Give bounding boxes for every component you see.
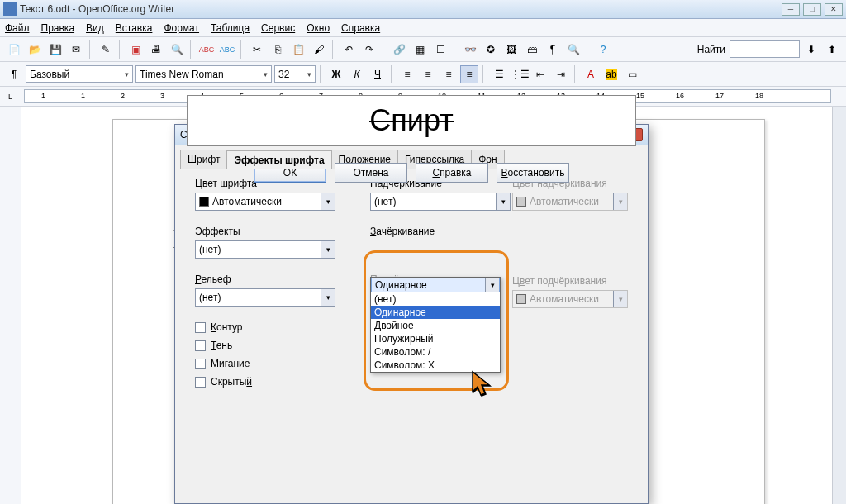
copy-button[interactable]: ⎘ [269, 40, 287, 59]
ruler-corner: L [0, 87, 21, 106]
strike-option-x[interactable]: Символом: X [371, 359, 500, 372]
redo-button[interactable]: ↷ [360, 40, 378, 59]
hidden-checkbox[interactable]: Скрытый [195, 376, 344, 388]
save-button[interactable]: 💾 [46, 40, 64, 59]
pdf-button[interactable]: ▣ [126, 40, 145, 59]
strike-label: Зачёркивание [370, 226, 502, 237]
strike-option-double[interactable]: Двойное [371, 319, 500, 332]
cursor-icon [471, 370, 494, 402]
bullets-button[interactable]: ⋮☰ [511, 65, 529, 83]
zoom-button[interactable]: 🔍 [564, 40, 582, 59]
align-right-button[interactable]: ≡ [440, 65, 458, 83]
menu-view[interactable]: Вид [86, 22, 104, 34]
menu-edit[interactable]: Правка [41, 22, 75, 34]
find-button[interactable]: 👓 [461, 40, 479, 59]
strike-option-none[interactable]: (нет) [371, 292, 500, 306]
nonprint-button[interactable]: ¶ [544, 40, 562, 59]
print-button[interactable]: 🖶 [147, 40, 165, 59]
menu-file[interactable]: Файл [5, 22, 30, 34]
formatting-toolbar: ¶ Базовый Times New Roman 32 Ж К Ч ≡ ≡ ≡… [0, 62, 846, 87]
relief-combo[interactable]: (нет)▾ [195, 288, 335, 307]
undo-button[interactable]: ↶ [340, 40, 358, 59]
menu-format[interactable]: Формат [164, 22, 199, 34]
fontsize-combo[interactable]: 32 [274, 65, 316, 83]
find-label: Найти [697, 44, 725, 55]
strike-combo-open[interactable]: Одинарное ▾ (нет) Одинарное Двойное Полу… [370, 277, 501, 373]
shadow-checkbox[interactable]: Тень [195, 340, 344, 351]
cancel-button[interactable]: Отмена [335, 163, 407, 183]
table-button[interactable]: ▦ [411, 40, 429, 59]
edit-button[interactable]: ✎ [97, 40, 115, 59]
character-dialog: Символы ✕ Шрифт Эффекты шрифта Положение… [174, 124, 649, 504]
fontcolor-button[interactable]: A [582, 65, 600, 83]
outline-checkbox[interactable]: Контур [195, 321, 344, 333]
vertical-ruler[interactable] [0, 107, 21, 504]
bold-button[interactable]: Ж [327, 65, 345, 83]
cut-button[interactable]: ✂ [248, 40, 266, 59]
styles-button[interactable]: ¶ [5, 65, 23, 83]
menu-window[interactable]: Окно [307, 22, 330, 34]
align-justify-button[interactable]: ≡ [460, 65, 478, 83]
navigator-button[interactable]: ✪ [482, 40, 500, 59]
minimize-button[interactable]: ─ [782, 3, 800, 16]
hidden-label: Скрытый [211, 376, 252, 388]
indent-inc-button[interactable]: ⇥ [552, 65, 570, 83]
help-button[interactable]: ? [594, 40, 612, 59]
fontcolor-combo[interactable]: Автоматически▾ [195, 193, 335, 211]
draw-button[interactable]: ☐ [431, 40, 449, 59]
app-icon [3, 2, 17, 16]
strike-combo-current[interactable]: Одинарное ▾ [371, 278, 500, 292]
strike-option-single[interactable]: Одинарное [371, 306, 500, 319]
new-button[interactable]: 📄 [5, 40, 23, 59]
strike-option-slash[interactable]: Символом: / [371, 345, 500, 359]
outline-label: Контур [211, 321, 242, 333]
vertical-scrollbar[interactable] [832, 107, 846, 504]
find-next-button[interactable]: ⬇ [802, 40, 820, 59]
blink-label: Мигание [211, 358, 250, 369]
strike-option-bold[interactable]: Полужирный [371, 332, 500, 345]
open-button[interactable]: 📂 [26, 40, 44, 59]
preview-box: Спирт [187, 95, 636, 146]
reset-button[interactable]: Восстановить [497, 163, 569, 183]
highlight-button[interactable]: ab [602, 65, 620, 83]
italic-button[interactable]: К [348, 65, 366, 83]
indent-dec-button[interactable]: ⇤ [531, 65, 549, 83]
autospell-button[interactable]: ABC [218, 40, 236, 59]
font-combo[interactable]: Times New Roman [135, 65, 272, 83]
menu-tools[interactable]: Сервис [261, 22, 295, 34]
standard-toolbar: 📄 📂 💾 ✉ ✎ ▣ 🖶 🔍 ABC ABC ✂ ⎘ 📋 🖌 ↶ ↷ 🔗 ▦ … [0, 37, 846, 62]
underline-color-combo: Автоматически▾ [512, 290, 628, 308]
menubar: Файл Правка Вид Вставка Формат Таблица С… [0, 19, 846, 37]
bgcolor-button[interactable]: ▭ [623, 65, 641, 83]
style-combo[interactable]: Базовый [26, 65, 133, 83]
spelling-button[interactable]: ABC [197, 40, 216, 59]
mail-button[interactable]: ✉ [67, 40, 85, 59]
close-button[interactable]: ✕ [825, 3, 843, 16]
gallery-button[interactable]: 🖼 [502, 40, 520, 59]
hyperlink-button[interactable]: 🔗 [390, 40, 408, 59]
overline-color-combo: Автоматически▾ [512, 193, 628, 211]
overline-combo[interactable]: (нет)▾ [370, 193, 511, 211]
window-title: Текст 6.odt - OpenOffice.org Writer [20, 3, 174, 15]
menu-help[interactable]: Справка [341, 22, 380, 34]
align-center-button[interactable]: ≡ [419, 65, 437, 83]
help-button[interactable]: Справка [416, 163, 488, 183]
effects-label: Эффекты [195, 226, 344, 237]
menu-insert[interactable]: Вставка [116, 22, 153, 34]
preview-button[interactable]: 🔍 [168, 40, 186, 59]
find-input[interactable] [730, 40, 800, 58]
dialog-body: Цвет шрифта Автоматически▾ Эффекты (нет)… [175, 169, 648, 189]
format-paint-button[interactable]: 🖌 [310, 40, 328, 59]
tab-font-effects[interactable]: Эффекты шрифта [226, 150, 331, 169]
effects-combo[interactable]: (нет)▾ [195, 240, 335, 259]
find-prev-button[interactable]: ⬆ [823, 40, 841, 59]
paste-button[interactable]: 📋 [289, 40, 307, 59]
numbering-button[interactable]: ☰ [490, 65, 508, 83]
maximize-button[interactable]: □ [803, 3, 821, 16]
blink-checkbox[interactable]: Мигание [195, 358, 344, 369]
menu-table[interactable]: Таблица [211, 22, 250, 34]
align-left-button[interactable]: ≡ [398, 65, 416, 83]
underline-button[interactable]: Ч [368, 65, 387, 83]
preview-text: Спирт [369, 103, 453, 138]
datasources-button[interactable]: 🗃 [523, 40, 541, 59]
